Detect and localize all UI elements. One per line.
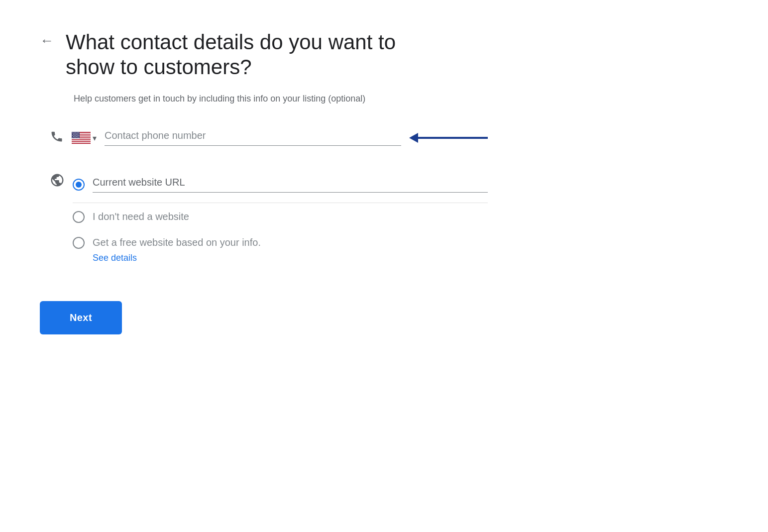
- svg-point-26: [72, 137, 73, 138]
- svg-point-30: [78, 137, 79, 138]
- svg-point-16: [78, 134, 79, 135]
- svg-point-9: [74, 132, 75, 133]
- svg-point-25: [78, 136, 79, 137]
- globe-icon: [50, 173, 65, 191]
- next-button[interactable]: Next: [40, 301, 122, 334]
- free-website-row[interactable]: Get a free website based on your info.: [73, 237, 488, 249]
- see-details-link[interactable]: See details: [93, 253, 488, 263]
- svg-point-27: [74, 137, 75, 138]
- phone-placeholder: Contact phone number: [105, 130, 206, 141]
- header-row: ← What contact details do you want to sh…: [40, 30, 488, 80]
- free-website-label: Get a free website based on your info.: [93, 237, 261, 248]
- page-title: What contact details do you want to show…: [66, 30, 396, 80]
- svg-rect-6: [72, 142, 91, 143]
- svg-point-23: [75, 136, 76, 137]
- arrow-head-icon: [409, 133, 418, 143]
- radio-free-website[interactable]: [73, 237, 85, 249]
- phone-input[interactable]: Contact phone number: [105, 130, 401, 146]
- svg-point-12: [78, 132, 79, 133]
- back-button[interactable]: ←: [40, 33, 54, 49]
- website-option-current[interactable]: Current website URL: [73, 171, 488, 203]
- svg-point-19: [75, 135, 76, 136]
- svg-rect-5: [72, 140, 91, 141]
- svg-point-17: [72, 135, 73, 136]
- svg-point-18: [74, 135, 75, 136]
- svg-point-22: [73, 136, 74, 137]
- svg-point-24: [76, 136, 77, 137]
- phone-field-row: ▾ Contact phone number: [50, 129, 488, 147]
- svg-point-28: [75, 137, 76, 138]
- current-website-label: Current website URL: [93, 177, 185, 188]
- website-radio-group: Current website URL I don't need a websi…: [73, 171, 488, 271]
- chevron-down-icon: ▾: [93, 133, 97, 143]
- svg-point-20: [77, 135, 78, 136]
- arrow-annotation: [409, 133, 488, 143]
- svg-point-11: [77, 132, 78, 133]
- svg-point-10: [75, 132, 76, 133]
- svg-rect-4: [72, 138, 91, 139]
- website-option-free: Get a free website based on your info. S…: [73, 229, 488, 271]
- svg-point-15: [76, 134, 77, 135]
- phone-icon: [50, 129, 64, 147]
- svg-point-13: [73, 134, 74, 135]
- arrow-line: [418, 137, 488, 139]
- svg-point-14: [75, 134, 76, 135]
- radio-no-website[interactable]: [73, 211, 85, 223]
- svg-point-8: [72, 132, 73, 133]
- page-subtitle: Help customers get in touch by including…: [74, 92, 488, 106]
- radio-current-website[interactable]: [73, 179, 85, 191]
- svg-point-29: [77, 137, 78, 138]
- svg-point-21: [78, 135, 79, 136]
- website-option-none[interactable]: I don't need a website: [73, 205, 488, 229]
- website-section: Current website URL I don't need a websi…: [50, 171, 488, 271]
- country-selector[interactable]: ▾: [72, 132, 97, 144]
- page-container: ← What contact details do you want to sh…: [40, 30, 488, 334]
- no-website-label: I don't need a website: [93, 211, 189, 222]
